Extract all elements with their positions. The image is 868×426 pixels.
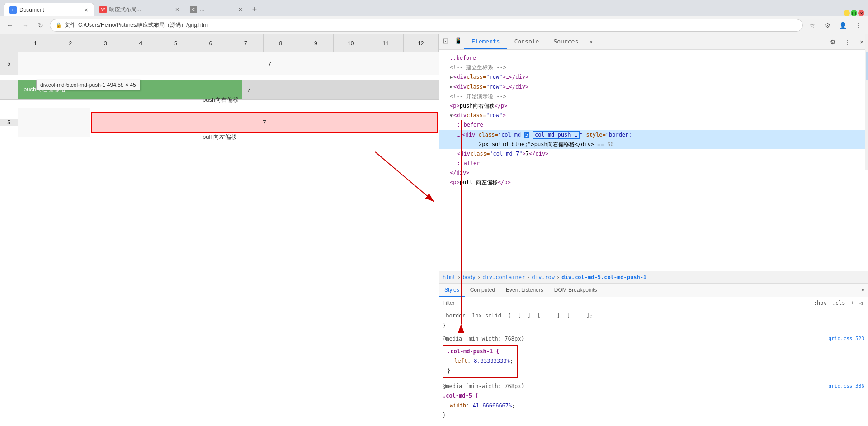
tab-close-btn[interactable]: ×: [85, 6, 88, 14]
close-btn[interactable]: ×: [858, 10, 864, 16]
styles-tab-dom[interactable]: DOM Breakpoints: [549, 284, 603, 297]
styles-filter-actions: :hov .cls + ◁: [812, 299, 864, 307]
tooltip-classname: div.col-md-5.col-md-push-1: [40, 82, 106, 88]
address-bar[interactable]: 🔒 文件 C:/Users/Heino/Pictures/响应式布局（源码）/g…: [50, 19, 803, 32]
bookmark-btn[interactable]: ☆: [806, 19, 818, 32]
ruler-col-3: 3: [88, 34, 123, 52]
styles-tab-styles[interactable]: Styles: [439, 284, 465, 297]
dom-scrollbar-track: [865, 50, 868, 170]
ruler-col-5: 5: [158, 34, 193, 52]
styles-content[interactable]: …border: 1px solid …(--[..]--[..-..]--[.…: [439, 309, 868, 426]
back-btn[interactable]: ←: [4, 19, 16, 32]
devtools-tabs: ⊡ 📱 Elements Console Sources » ⚙ ⋮ ×: [439, 34, 868, 50]
main-content: 1 2 3 4 5 6 7 8 9 10 11 12 5: [0, 34, 868, 426]
tab-console[interactable]: Console: [507, 34, 547, 49]
filter-cls-btn[interactable]: .cls: [830, 299, 847, 307]
devtools-content: ⊡ 📱 Elements Console Sources » ⚙ ⋮ ×: [439, 34, 868, 426]
css-rule-truncated: …border: 1px solid …(--[..]--[..-..]--[.…: [443, 311, 864, 331]
css-rule-push1: @media (min-width: 768px) grid.css:523 .…: [443, 334, 864, 378]
minimize-btn[interactable]: _: [844, 10, 850, 16]
tab-label-2: 响应式布局...: [109, 6, 141, 14]
dom-row-2[interactable]: ▶ <div class="row">…</div>: [439, 82, 868, 92]
breadcrumb-col[interactable]: div.col-md-5.col-md-push-1: [561, 274, 646, 280]
dom-after[interactable]: ::after: [439, 159, 868, 168]
profile-btn[interactable]: 👤: [836, 19, 849, 32]
devtools-device-icon[interactable]: 📱: [452, 34, 464, 47]
ruler-col-8: 8: [264, 34, 299, 52]
ruler-col-4: 4: [123, 34, 159, 52]
devtools-settings-btn[interactable]: ⚙: [826, 36, 839, 48]
new-tab-btn[interactable]: +: [248, 3, 261, 16]
ruler-col-1: 1: [18, 34, 53, 52]
devtools-menu-btn[interactable]: ⋮: [841, 36, 854, 48]
ruler-col-9: 9: [298, 34, 334, 52]
dom-p-push[interactable]: <p>push向右偏移</p>: [439, 101, 868, 111]
tab-2[interactable]: W 响应式布局... ×: [94, 3, 184, 16]
filter-toggle-btn[interactable]: ◁: [858, 299, 864, 307]
filter-hov-btn[interactable]: :hov: [812, 299, 829, 307]
more-tabs-btn[interactable]: »: [585, 34, 596, 49]
refresh-btn[interactable]: ↻: [34, 19, 47, 32]
tab-3[interactable]: C ... ×: [184, 3, 248, 16]
styles-tab-computed[interactable]: Computed: [465, 284, 500, 297]
tab-sources[interactable]: Sources: [546, 34, 585, 49]
elements-content[interactable]: ::before <!-- 建立坐标系 --> ▶ <div class="ro…: [439, 50, 868, 271]
css-highlighted-rule: .col-md-push-1 { left: 8.33333333%; }: [443, 345, 518, 378]
devtools-panel: ⊡ 📱 Elements Console Sources » ⚙ ⋮ ×: [439, 34, 868, 426]
styles-tab-event[interactable]: Event Listeners: [500, 284, 549, 297]
row-1-num7: 7: [268, 60, 271, 67]
window-controls: _ □ ×: [844, 10, 868, 16]
menu-btn[interactable]: ⋮: [852, 19, 864, 32]
breadcrumb-row[interactable]: div.row: [532, 274, 555, 280]
css-source-523[interactable]: grid.css:523: [829, 334, 864, 343]
tab-close-btn-2[interactable]: ×: [175, 6, 179, 13]
styles-filter-input[interactable]: [443, 300, 808, 306]
secure-indicator: 🔒: [56, 22, 62, 28]
annotation-pull: pull 向左偏移: [203, 133, 237, 141]
tab-elements[interactable]: Elements: [464, 34, 507, 49]
page-area: 1 2 3 4 5 6 7 8 9 10 11 12 5: [0, 34, 439, 426]
pink-row-label-5: 5: [0, 119, 18, 126]
dom-selected-element[interactable]: … <div class="col-md-5 col-md-push-1" st…: [439, 130, 868, 140]
settings-btn[interactable]: ⚙: [821, 19, 834, 32]
css-source-386[interactable]: grid.css:386: [829, 382, 864, 391]
tab-document[interactable]: D Document ×: [4, 3, 94, 16]
dom-row-open[interactable]: ▼ <div class="row">: [439, 111, 868, 120]
tab-strip: D Document × W 响应式布局... × C ... × + _ □ …: [0, 0, 868, 16]
devtools-inspector-icon[interactable]: ⊡: [439, 34, 452, 47]
dom-comment-1[interactable]: <!-- 建立坐标系 -->: [439, 63, 868, 72]
ruler-col-6: 6: [193, 34, 229, 52]
styles-tabs: Styles Computed Event Listeners DOM Brea…: [439, 284, 868, 297]
dom-selected-element-cont[interactable]: 2px solid blue;">push向右偏移格</div> == $0: [439, 140, 868, 149]
dom-row-close[interactable]: </div>: [439, 168, 868, 178]
maximize-btn[interactable]: □: [851, 10, 857, 16]
secure-label: 文件: [65, 21, 75, 29]
tab-favicon-2: W: [99, 6, 107, 13]
browser-toolbar: ← → ↻ 🔒 文件 C:/Users/Heino/Pictures/响应式布局…: [0, 16, 868, 34]
dom-p-pull[interactable]: <p>pull 向左偏移</p>: [439, 178, 868, 187]
breadcrumb-body[interactable]: body: [462, 274, 476, 280]
css-rule-col5: @media (min-width: 768px) grid.css:386 .…: [443, 382, 864, 421]
pink-spacer: [18, 108, 90, 137]
breadcrumb-html[interactable]: html: [443, 274, 456, 280]
dom-col-md-7[interactable]: <div class="col-md-7">7</div>: [439, 149, 868, 159]
tab-close-btn-3[interactable]: ×: [239, 6, 242, 13]
dom-before-1[interactable]: ::before: [439, 53, 868, 63]
pink-cell: 7: [91, 112, 438, 133]
tooltip: div.col-md-5.col-md-push-1 494.58 × 45: [36, 80, 140, 90]
styles-tab-more[interactable]: »: [858, 284, 868, 297]
annotation-push: push向右偏移: [203, 96, 239, 104]
breadcrumb-container[interactable]: div.container: [482, 274, 525, 280]
breadcrumb-bar: html › body › div.container › div.row › …: [439, 271, 868, 284]
dom-before-inner[interactable]: ::before: [439, 120, 868, 130]
forward-btn[interactable]: →: [19, 19, 32, 32]
ruler-col-12: 12: [404, 34, 439, 52]
svg-line-1: [375, 152, 434, 202]
push-bar-num7: 7: [247, 86, 250, 93]
dom-scrollbar-thumb[interactable]: [866, 52, 868, 80]
tab-favicon: D: [9, 6, 17, 14]
dom-row-1[interactable]: ▶ <div class="row">…</div>: [439, 72, 868, 82]
dom-comment-2[interactable]: <!-- 开始演示啦 -->: [439, 92, 868, 101]
devtools-actions: ⚙ ⋮ ×: [826, 34, 868, 49]
filter-add-btn[interactable]: +: [849, 299, 856, 307]
